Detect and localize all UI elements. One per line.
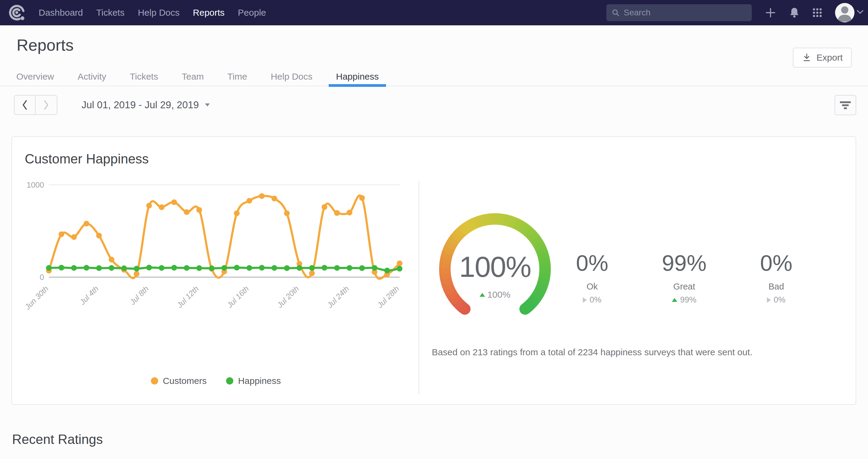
app-grid-icon bbox=[812, 7, 823, 18]
page-title: Reports bbox=[17, 36, 74, 54]
global-search[interactable] bbox=[606, 4, 752, 21]
search-input[interactable] bbox=[624, 8, 746, 18]
stat-great-label: Great bbox=[643, 282, 726, 292]
stat-ok-change-value: 0% bbox=[589, 295, 601, 304]
rating-stats: 0% Ok 0% 99% Great 99% 0% Bad 0% bbox=[551, 252, 818, 304]
date-range-selector[interactable]: Jul 01, 2019 - Jul 29, 2019 bbox=[82, 99, 210, 111]
download-icon bbox=[802, 53, 812, 62]
svg-text:Jul 8th: Jul 8th bbox=[128, 284, 150, 307]
export-button[interactable]: Export bbox=[793, 47, 852, 68]
recent-ratings-title: Recent Ratings bbox=[12, 432, 103, 447]
stat-ok: 0% Ok 0% bbox=[551, 252, 634, 304]
export-label: Export bbox=[816, 53, 843, 63]
primary-nav: Dashboard Tickets Help Docs Reports Peop… bbox=[39, 7, 266, 18]
svg-text:Jul 16th: Jul 16th bbox=[225, 284, 250, 310]
ratings-summary: Based on 213 ratings from a total of 223… bbox=[417, 346, 767, 359]
tab-time[interactable]: Time bbox=[220, 67, 254, 86]
groove-logo-icon[interactable] bbox=[8, 3, 27, 22]
svg-text:Jul 4th: Jul 4th bbox=[78, 284, 100, 307]
happiness-series-dot bbox=[226, 377, 233, 385]
avatar-photo bbox=[835, 3, 855, 22]
tab-activity[interactable]: Activity bbox=[70, 67, 114, 86]
nav-item-help-docs[interactable]: Help Docs bbox=[138, 7, 180, 18]
legend-label-customers: Customers bbox=[163, 376, 207, 386]
plus-icon bbox=[765, 7, 777, 19]
previous-period-button[interactable] bbox=[14, 95, 36, 115]
user-avatar[interactable] bbox=[835, 3, 855, 22]
caret-down-icon bbox=[205, 103, 210, 106]
stat-great-change: 99% bbox=[643, 295, 726, 304]
nav-item-reports[interactable]: Reports bbox=[193, 7, 224, 18]
next-period-button[interactable] bbox=[36, 95, 57, 115]
bell-icon bbox=[789, 7, 800, 18]
date-range-toolbar: Jul 01, 2019 - Jul 29, 2019 bbox=[14, 95, 210, 115]
trend-flat-icon bbox=[583, 297, 587, 303]
top-navbar: Dashboard Tickets Help Docs Reports Peop… bbox=[0, 0, 868, 25]
stat-bad: 0% Bad 0% bbox=[735, 252, 818, 304]
tab-help-docs[interactable]: Help Docs bbox=[264, 67, 320, 86]
svg-text:Jul 12th: Jul 12th bbox=[175, 284, 200, 310]
stat-ok-label: Ok bbox=[551, 282, 634, 292]
customer-happiness-card: Customer Happiness 01000Jun 30thJul 4thJ… bbox=[11, 136, 856, 405]
apps-menu-button[interactable] bbox=[812, 7, 823, 18]
nav-item-people[interactable]: People bbox=[238, 7, 266, 18]
add-button[interactable] bbox=[765, 7, 777, 19]
search-icon bbox=[612, 8, 620, 17]
svg-text:Jul 28th: Jul 28th bbox=[375, 284, 401, 310]
svg-text:Jul 20th: Jul 20th bbox=[275, 284, 301, 310]
nav-item-tickets[interactable]: Tickets bbox=[96, 7, 125, 18]
stat-bad-change-value: 0% bbox=[774, 295, 785, 304]
report-tabs: Overview Activity Tickets Team Time Help… bbox=[9, 67, 386, 86]
happiness-line-chart: 01000Jun 30thJul 4thJul 8thJul 12thJul 1… bbox=[18, 173, 413, 360]
filter-icon bbox=[839, 100, 851, 110]
legend-item-customers: Customers bbox=[151, 376, 207, 386]
stat-bad-label: Bad bbox=[735, 282, 818, 292]
chevron-right-icon bbox=[42, 100, 50, 110]
stat-ok-value: 0% bbox=[551, 252, 634, 274]
svg-text:1000: 1000 bbox=[27, 181, 44, 189]
chevron-down-icon bbox=[857, 10, 864, 14]
filter-button[interactable] bbox=[835, 95, 856, 115]
legend-label-happiness: Happiness bbox=[238, 376, 281, 386]
account-menu-button[interactable] bbox=[857, 10, 864, 15]
gauge-change: 100% bbox=[429, 290, 561, 300]
tab-overview[interactable]: Overview bbox=[9, 67, 61, 86]
svg-text:Jul 24th: Jul 24th bbox=[326, 284, 351, 310]
chevron-left-icon bbox=[21, 100, 28, 110]
stat-great-value: 99% bbox=[643, 252, 726, 274]
legend-item-happiness: Happiness bbox=[226, 376, 281, 386]
chart-title: Customer Happiness bbox=[25, 152, 149, 166]
stat-bad-change: 0% bbox=[735, 295, 818, 304]
chart-legend: Customers Happiness bbox=[18, 376, 413, 386]
tab-happiness[interactable]: Happiness bbox=[329, 67, 386, 86]
x-axis-labels: Jun 30thJul 4thJul 8thJul 12thJul 16thJu… bbox=[23, 284, 401, 312]
trend-up-icon bbox=[672, 298, 677, 302]
tab-tickets[interactable]: Tickets bbox=[123, 67, 165, 86]
panel-divider bbox=[418, 181, 419, 394]
stat-great: 99% Great 99% bbox=[643, 252, 726, 304]
notifications-button[interactable] bbox=[789, 7, 800, 18]
nav-item-dashboard[interactable]: Dashboard bbox=[39, 7, 83, 18]
gauge-change-value: 100% bbox=[488, 290, 511, 300]
stat-bad-value: 0% bbox=[735, 252, 818, 274]
trend-up-icon bbox=[479, 293, 485, 297]
stat-great-change-value: 99% bbox=[680, 295, 696, 304]
trend-flat-icon bbox=[767, 297, 771, 303]
svg-text:0: 0 bbox=[40, 273, 44, 282]
gauge-score: 100% bbox=[429, 250, 561, 284]
svg-text:Jun 30th: Jun 30th bbox=[23, 284, 50, 312]
date-range-text: Jul 01, 2019 - Jul 29, 2019 bbox=[82, 99, 199, 111]
customers-series-dot bbox=[151, 377, 158, 385]
tab-team[interactable]: Team bbox=[175, 67, 211, 86]
stat-ok-change: 0% bbox=[551, 295, 634, 304]
